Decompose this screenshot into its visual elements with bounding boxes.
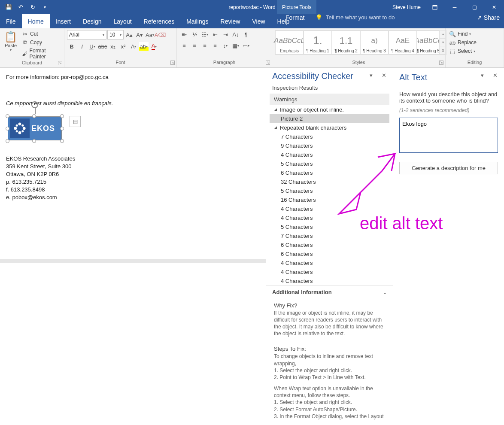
share-button[interactable]: ↗ Share [477, 14, 500, 21]
tab-home[interactable]: Home [22, 14, 50, 28]
text-effects-button[interactable]: A▾ [129, 42, 138, 51]
undo-icon[interactable]: ↶ [15, 1, 27, 13]
style-heading5[interactable]: AaBbCc¶ Heading 5 [417, 30, 439, 55]
sort-button[interactable]: A↓ [231, 30, 240, 39]
copy-button[interactable]: ⧉Copy [21, 39, 61, 46]
warning-item-characters[interactable]: 4 Characters [270, 258, 389, 267]
styles-up-icon[interactable]: ▴ [440, 30, 446, 39]
save-icon[interactable]: 💾 [3, 1, 15, 13]
tab-design[interactable]: Design [77, 14, 108, 28]
select-button[interactable]: ⬚Select▾ [448, 47, 476, 55]
tab-format[interactable]: Format [277, 14, 313, 21]
show-marks-button[interactable]: ¶ [241, 30, 251, 39]
document-page[interactable]: For more information: por-rop@pco.gc.ca … [0, 68, 266, 259]
warning-item-characters[interactable]: 6 Characters [270, 249, 389, 258]
strikethrough-button[interactable]: abc [98, 42, 107, 51]
warning-item-characters[interactable]: 9 Characters [270, 141, 389, 150]
italic-button[interactable]: I [77, 42, 87, 51]
tab-insert[interactable]: Insert [50, 14, 77, 28]
warning-item-characters[interactable]: 5 Characters [270, 186, 389, 195]
panel-close-icon[interactable]: ✕ [379, 70, 389, 80]
warning-item-characters[interactable]: 7 Characters [270, 231, 389, 240]
maximize-icon[interactable]: ▢ [465, 0, 484, 14]
shading-button[interactable]: ▦▾ [231, 41, 240, 50]
styles-down-icon[interactable]: ▾ [440, 39, 446, 47]
style-heading3[interactable]: a)¶ Heading 3 [360, 30, 389, 55]
document-next-page[interactable] [0, 263, 266, 425]
close-icon[interactable]: ✕ [484, 0, 504, 14]
rotate-handle-icon[interactable] [31, 101, 38, 108]
multilevel-button[interactable]: ☷▾ [200, 30, 209, 39]
superscript-button[interactable]: x² [118, 42, 128, 51]
shrink-font-button[interactable]: A▾ [135, 30, 144, 39]
tab-file[interactable]: File [0, 14, 22, 28]
alt-text-input[interactable]: Ekos logo [399, 118, 498, 153]
resize-handle[interactable] [32, 139, 36, 143]
warning-repeated-blanks[interactable]: Repeated blank characters [270, 123, 389, 132]
resize-handle[interactable] [6, 114, 9, 118]
styles-gallery[interactable]: AaBbCcLEmphasis 1.¶ Heading 1 1.1¶ Headi… [275, 30, 446, 55]
highlight-button[interactable]: ab▾ [139, 42, 149, 51]
borders-button[interactable]: ▭▾ [241, 41, 251, 50]
styles-more-icon[interactable]: ⊻ [440, 46, 446, 55]
selected-picture[interactable]: EKOS ▤ [6, 114, 64, 143]
warning-image-not-inline[interactable]: Image or object not inline. [270, 105, 389, 114]
warning-item-characters[interactable]: 4 Characters [270, 213, 389, 222]
warning-item-characters[interactable]: 6 Characters [270, 168, 389, 177]
font-color-button[interactable]: A▾ [149, 42, 159, 51]
line-spacing-button[interactable]: ↕▾ [221, 41, 230, 50]
resize-handle[interactable] [6, 127, 9, 131]
resize-handle[interactable] [60, 127, 64, 131]
font-name-combo[interactable]: Arial▾ [67, 30, 106, 39]
panel-options-icon[interactable]: ▾ [366, 70, 376, 80]
tab-references[interactable]: References [138, 14, 181, 28]
font-dialog-launcher[interactable]: ↘ [170, 61, 175, 65]
warning-item-characters[interactable]: 4 Characters [270, 276, 389, 285]
find-button[interactable]: 🔍Find▾ [448, 30, 472, 38]
increase-indent-button[interactable]: ⇥ [221, 30, 230, 39]
styles-dialog-launcher[interactable]: ↘ [439, 61, 443, 65]
warning-item-picture2[interactable]: Picture 2 [270, 114, 389, 123]
panel-options-icon[interactable]: ▾ [477, 70, 487, 80]
tab-view[interactable]: View [246, 14, 271, 28]
change-case-button[interactable]: Aa▾ [145, 30, 155, 39]
style-heading2[interactable]: 1.1¶ Heading 2 [332, 30, 360, 55]
minimize-icon[interactable]: ─ [445, 0, 465, 14]
style-heading4[interactable]: AaE¶ Heading 4 [389, 30, 417, 55]
warning-item-characters[interactable]: 4 Characters [270, 150, 389, 159]
tab-review[interactable]: Review [215, 14, 246, 28]
tab-mailings[interactable]: Mailings [180, 14, 214, 28]
additional-info-header[interactable]: Additional Information ⌄ [266, 285, 393, 299]
resize-handle[interactable] [6, 139, 9, 143]
paragraph-dialog-launcher[interactable]: ↘ [266, 61, 270, 65]
user-name[interactable]: Steve Hume [388, 4, 425, 10]
style-emphasis[interactable]: AaBbCcLEmphasis [275, 30, 304, 55]
panel-close-icon[interactable]: ✕ [490, 70, 500, 80]
numbering-button[interactable]: ⅟▾ [190, 30, 199, 39]
grow-font-button[interactable]: A▴ [124, 30, 134, 39]
style-heading1[interactable]: 1.¶ Heading 1 [304, 30, 332, 55]
paste-button[interactable]: 📋 Paste ▾ [3, 30, 19, 53]
align-center-button[interactable]: ≡ [190, 41, 199, 50]
align-right-button[interactable]: ≡ [200, 41, 209, 50]
justify-button[interactable]: ≡ [210, 41, 220, 50]
warning-item-characters[interactable]: 16 Characters [270, 195, 389, 204]
resize-handle[interactable] [60, 114, 64, 118]
underline-button[interactable]: U▾ [88, 42, 97, 51]
align-left-button[interactable]: ≡ [179, 41, 189, 50]
warning-item-characters[interactable]: 6 Characters [270, 240, 389, 249]
decrease-indent-button[interactable]: ⇤ [210, 30, 220, 39]
font-size-combo[interactable]: 10▾ [107, 30, 124, 39]
tab-layout[interactable]: Layout [108, 14, 138, 28]
subscript-button[interactable]: x₂ [108, 42, 118, 51]
replace-button[interactable]: abReplace [448, 39, 477, 46]
format-painter-button[interactable]: 🖌Format Painter [21, 47, 61, 60]
generate-description-button[interactable]: Generate a description for me [399, 162, 498, 174]
clear-formatting-button[interactable]: A⌫ [155, 30, 165, 39]
clipboard-dialog-launcher[interactable]: ↘ [58, 61, 62, 65]
cut-button[interactable]: ✂Cut [21, 30, 61, 38]
redo-icon[interactable]: ↻ [27, 1, 39, 13]
warning-item-characters[interactable]: 32 Characters [270, 177, 389, 186]
resize-handle[interactable] [32, 114, 36, 118]
warning-item-characters[interactable]: 5 Characters [270, 222, 389, 231]
